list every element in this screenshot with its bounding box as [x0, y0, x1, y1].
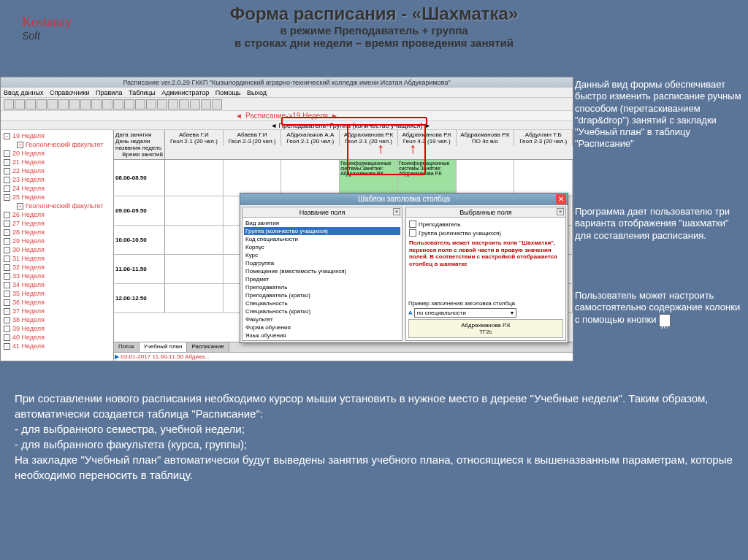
toolbar-button[interactable]: [102, 99, 112, 110]
sort-config-icon[interactable]: A↓Я↑: [659, 314, 671, 327]
tree-item[interactable]: ·39 Неделя: [2, 324, 112, 333]
tree-item[interactable]: ·28 Неделя: [2, 228, 112, 237]
tree-item[interactable]: ·34 Неделя: [2, 280, 112, 289]
toolbar-button[interactable]: [168, 99, 178, 110]
toolbar-button[interactable]: [179, 99, 189, 110]
tree-item[interactable]: ·20 Неделя: [2, 149, 112, 158]
lesson-cell[interactable]: [281, 160, 340, 196]
list-item[interactable]: Специальность (кратко): [244, 307, 400, 315]
menu-item[interactable]: Таблицы: [129, 89, 156, 96]
lesson-cell[interactable]: Геоинформационные системы Занятие: Абдра…: [340, 160, 398, 196]
menu-bar[interactable]: Ввод данных Справочники Правила Таблицы …: [1, 88, 573, 98]
lesson-block[interactable]: Геоинформационные системы Занятие: Абдра…: [398, 160, 456, 196]
close-icon[interactable]: ×: [557, 208, 564, 215]
close-icon[interactable]: ✕: [556, 194, 566, 204]
lesson-cell[interactable]: [514, 160, 573, 196]
toolbar-button[interactable]: [113, 99, 123, 110]
list-item[interactable]: Преподаватель (кратко): [244, 291, 400, 299]
toolbar-button[interactable]: [190, 99, 200, 110]
lesson-block[interactable]: Геоинформационные системы Занятие: Абдра…: [340, 160, 397, 196]
list-item[interactable]: Вид занятия: [244, 219, 400, 227]
toolbar-button[interactable]: [80, 99, 91, 110]
toolbar-button[interactable]: [201, 99, 211, 110]
menu-item[interactable]: Выход: [247, 89, 267, 96]
tree-item[interactable]: +Геологический факультет: [15, 140, 112, 149]
arrow-left-icon[interactable]: ◄: [235, 112, 243, 120]
toolbar-button[interactable]: [135, 99, 145, 110]
tree-item[interactable]: ·40 Неделя: [2, 333, 112, 342]
tree-item[interactable]: −25 Неделя: [2, 193, 112, 202]
menu-item[interactable]: Правила: [96, 89, 123, 96]
tree-item[interactable]: ·36 Неделя: [2, 298, 112, 307]
column-header[interactable]: Абдрахманова Р.КГеол 4-2 (19 чел.): [398, 130, 457, 146]
fields-list[interactable]: Вид занятия Группа (количество учащихся)…: [243, 218, 402, 340]
list-item[interactable]: Форма обучения: [244, 323, 400, 331]
selected-item[interactable]: Преподаватель: [409, 220, 562, 228]
tree-item[interactable]: +Геологический факультет: [15, 202, 112, 210]
menu-item[interactable]: Администратор: [161, 89, 209, 96]
tab[interactable]: Поток: [114, 342, 140, 352]
tree-item[interactable]: −19 Неделя: [2, 131, 112, 140]
tree-item[interactable]: ·41 Неделя: [2, 342, 112, 350]
tree-item[interactable]: ·32 Неделя: [2, 263, 112, 272]
lesson-cell[interactable]: Геоинформационные системы Занятие: Абдра…: [398, 160, 457, 196]
example-select[interactable]: по специальности ▾: [414, 308, 516, 318]
toolbar-button[interactable]: [15, 99, 25, 110]
tree-item[interactable]: ·33 Неделя: [2, 272, 112, 280]
a-icon[interactable]: A: [408, 310, 413, 316]
toolbar-button[interactable]: [26, 99, 36, 110]
collapse-icon[interactable]: −: [4, 194, 10, 201]
list-item[interactable]: Корпус: [244, 243, 400, 251]
toolbar-button[interactable]: [47, 99, 58, 110]
tree-item[interactable]: ·26 Неделя: [2, 210, 112, 219]
tree-item[interactable]: ·21 Неделя: [2, 158, 112, 166]
column-header[interactable]: Абдрахманова Р.КПО 4с в/о: [457, 130, 515, 146]
menu-item[interactable]: Справочники: [50, 89, 90, 96]
toolbar-button[interactable]: [157, 99, 167, 110]
tree-item[interactable]: ·37 Неделя: [2, 307, 112, 315]
list-item[interactable]: Специальность: [244, 299, 400, 307]
list-item[interactable]: Факультет: [244, 315, 400, 323]
list-item[interactable]: Помещение (вместимость учащихся): [244, 267, 400, 275]
tree-item[interactable]: ·23 Неделя: [2, 175, 112, 184]
arrow-right-icon[interactable]: ►: [424, 122, 431, 129]
toolbar-button[interactable]: [37, 99, 47, 110]
column-header[interactable]: Абдихалыков А.АГеол 2-1 (20 чел.): [281, 130, 340, 146]
tab[interactable]: Учебный план: [140, 342, 188, 352]
tree-item[interactable]: ·24 Неделя: [2, 184, 112, 193]
list-item[interactable]: Код специальности: [244, 235, 400, 243]
list-item[interactable]: Группа (количество учащихся): [244, 227, 400, 235]
list-item[interactable]: Предмет: [244, 275, 400, 283]
tree-panel[interactable]: −19 Неделя +Геологический факультет ·20 …: [1, 130, 114, 361]
tab[interactable]: Расписание: [187, 342, 229, 352]
tab-content-row[interactable]: ▶ 03-01-2017 11.00-11.50 Абдика...: [114, 352, 573, 361]
toolbar-button[interactable]: [124, 99, 134, 110]
collapse-icon[interactable]: −: [4, 133, 10, 139]
menu-item[interactable]: Помощь: [215, 89, 241, 96]
lesson-cell[interactable]: [165, 160, 224, 196]
toolbar-button[interactable]: [91, 99, 102, 110]
column-header[interactable]: Абдуллин Т.БГеол 2-3 (20 чел.): [514, 130, 573, 146]
menu-item[interactable]: Ввод данных: [4, 89, 43, 96]
list-item[interactable]: Язык обучения: [244, 331, 400, 340]
checkbox-icon[interactable]: [409, 220, 416, 228]
expand-icon[interactable]: +: [17, 203, 23, 210]
toolbar-button[interactable]: [4, 99, 14, 110]
lesson-cell[interactable]: [165, 196, 224, 225]
toolbar-button[interactable]: [69, 99, 80, 110]
list-item[interactable]: Преподаватель: [244, 283, 400, 291]
toolbar-button[interactable]: [58, 99, 69, 110]
column-header[interactable]: Абдрахманова Р.КГеол 2-1 (20 чел.): [340, 130, 398, 146]
checkbox-icon[interactable]: [409, 229, 416, 237]
column-header[interactable]: Абаева Г.ИГеол 2-3 (20 чел.): [224, 130, 282, 146]
toolbar-button[interactable]: [146, 99, 156, 110]
tree-item[interactable]: ·38 Неделя: [2, 315, 112, 324]
selected-item[interactable]: Группа (количество учащихся): [409, 229, 562, 237]
arrow-right-icon[interactable]: ►: [331, 112, 338, 120]
tree-item[interactable]: ·29 Неделя: [2, 237, 112, 245]
tree-item[interactable]: ·31 Неделя: [2, 254, 112, 263]
tree-item[interactable]: ·35 Неделя: [2, 289, 112, 298]
arrow-left-icon[interactable]: ◄: [270, 122, 277, 129]
lesson-cell[interactable]: [224, 160, 282, 196]
tree-item[interactable]: ·30 Неделя: [2, 245, 112, 254]
